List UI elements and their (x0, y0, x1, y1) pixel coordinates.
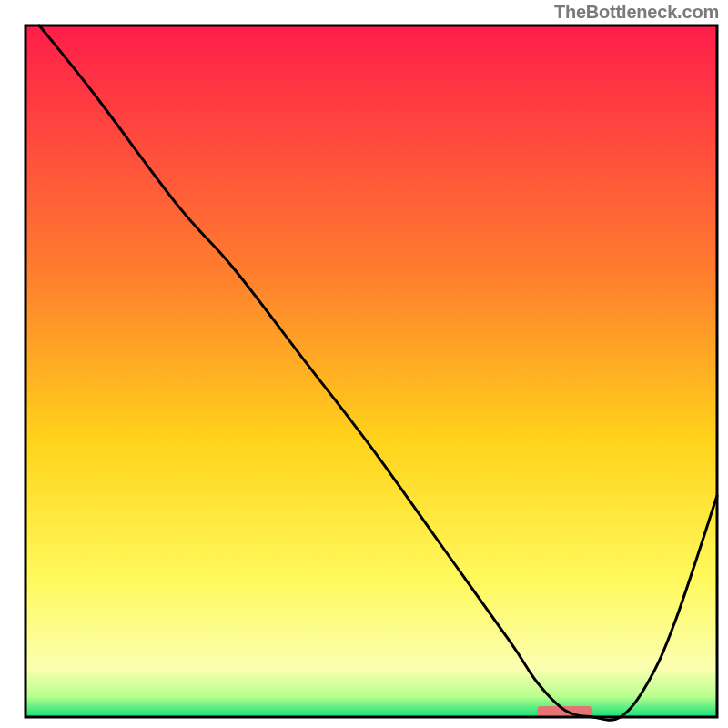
chart-svg (0, 0, 728, 728)
watermark-text: TheBottleneck.com (554, 2, 719, 23)
chart-container: TheBottleneck.com (0, 0, 728, 728)
plot-background (25, 25, 717, 717)
